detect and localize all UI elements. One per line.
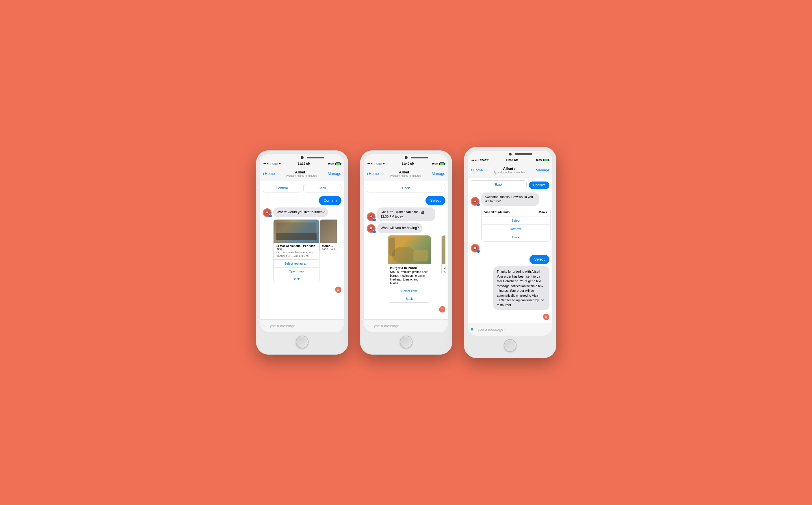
status-left-2: ●●●○○ AT&T ▾	[367, 162, 385, 165]
battery-pct-2: 100%	[432, 162, 438, 165]
nav-subtitle-3: Typically replies in minutes	[494, 171, 525, 174]
food-price-burger: $16.00 Premium ground beef burger, mushr…	[390, 270, 428, 285]
back-btn-top-2[interactable]: Back	[367, 184, 445, 192]
signal-icon-2: ●●●○○ AT&T	[367, 162, 383, 165]
back-payment-btn[interactable]: Back	[481, 233, 550, 241]
input-placeholder-2[interactable]: Type a message...	[372, 324, 445, 328]
nav-manage-2[interactable]: Manage	[432, 171, 445, 176]
remove-payment-btn[interactable]: Remove	[481, 225, 550, 233]
bot-msg-row-2a: 💬 f Got it. You want a table for 2 at 12…	[367, 207, 445, 221]
phone-2: ●●●○○ AT&T ▾ 11:40 AM 100% ‹ Home Allset…	[360, 150, 452, 355]
user-bubble-confirm: Confirm	[319, 196, 341, 205]
back-btn-food[interactable]: Back	[388, 295, 431, 302]
food-card-jalea: Jalea $24.0... avoca...	[441, 235, 445, 276]
bot-bubble-2a: Got it. You want a table for 2 at 12:30 …	[377, 207, 435, 221]
home-button-3[interactable]	[504, 339, 516, 352]
status-bar-1: ●●●○○ AT&T ▾ 11:39 AM 100%	[260, 161, 344, 167]
input-placeholder-3[interactable]: Type a message -	[476, 327, 550, 332]
menu-icon-2[interactable]: ≡	[367, 324, 369, 329]
restaurant-img-2	[320, 220, 337, 243]
phones-container: ●●●○○ AT&T ▾ 11:39 AM 100% ‹ Home Allset…	[256, 147, 556, 358]
bot-avatar-2a: 💬 f	[367, 212, 375, 221]
action-bar-3: Back Confirm	[471, 180, 550, 189]
restaurant-card-partial: Momo... 760 2... 0.64 mi	[320, 219, 337, 283]
select-restaurant-btn[interactable]: Select restaurant	[273, 260, 319, 268]
battery-pct-3: 100%	[536, 159, 542, 162]
restaurant-img-1	[273, 220, 319, 243]
bot-avatar-3b: 💬 f	[471, 244, 479, 252]
menu-icon-3[interactable]: ≡	[471, 327, 473, 332]
back-btn-card-1[interactable]: Back	[273, 275, 319, 283]
home-button-area-2	[364, 332, 448, 351]
back-btn-top-1[interactable]: Back	[303, 184, 341, 192]
chat-area-1: Confirm Back Confirm 💬 f Where would you	[260, 181, 344, 319]
menu-icon-1[interactable]: ≡	[263, 324, 265, 329]
back-arrow-icon-2: ‹	[367, 171, 368, 176]
user-msg-confirm-1: Confirm	[263, 196, 341, 205]
food-name-jalea: Jalea	[444, 266, 445, 270]
food-card-partial: Jalea $24.0... avoca...	[431, 235, 445, 303]
action-bar-1: Confirm Back	[263, 184, 341, 192]
back-btn-top-3[interactable]: Back	[471, 180, 527, 189]
nav-subtitle-1: Typically replies in minutes	[286, 174, 317, 177]
status-bar-3: ●●●○○ AT&T ▾ 11:43 AM 100%	[468, 157, 552, 163]
payment-header-3: Visa 3176 (default) Visa 7	[481, 208, 550, 216]
back-arrow-icon: ‹	[263, 171, 264, 176]
nav-back-1[interactable]: ‹ Home	[263, 171, 275, 176]
status-bar-2: ●●●○○ AT&T ▾ 11:40 AM 100%	[364, 161, 448, 167]
restaurant-card-body-1: La Mar Cebicheria · Peruvian · $$$ Pier …	[273, 243, 319, 260]
select-item-btn[interactable]: Select item	[388, 287, 431, 295]
action-bar-2: Back	[367, 184, 445, 192]
food-img-jalea	[442, 235, 445, 264]
bot-bubble-3a: Awesome, thanks! How would you like to p…	[481, 192, 539, 206]
phone-1: ●●●○○ AT&T ▾ 11:39 AM 100% ‹ Home Allset…	[256, 150, 348, 355]
food-actions-burger: Select item Back	[388, 287, 431, 302]
battery-pct-1: 100%	[328, 162, 334, 165]
send-btn-2[interactable]: ≡	[439, 306, 445, 313]
restaurant-address-1: Pier 1.5, The Embarcadero, San Francisco…	[276, 251, 317, 258]
send-btn-1[interactable]: ≡	[335, 287, 341, 293]
send-btn-3[interactable]: ≡	[543, 314, 550, 320]
time-1: 11:39 AM	[298, 162, 311, 165]
send-indicator-2: ≡	[367, 306, 445, 313]
nav-title-3: Allset ›	[494, 167, 525, 171]
confirm-pill-3[interactable]: Confirm	[529, 181, 549, 189]
home-button-2[interactable]	[400, 336, 413, 348]
phone-3-top	[468, 151, 552, 157]
nav-back-3[interactable]: ‹ Home	[471, 167, 483, 173]
speaker-2	[411, 157, 428, 158]
home-button-1[interactable]	[296, 336, 309, 348]
camera-icon-3	[509, 153, 511, 156]
speaker	[307, 157, 324, 158]
user-bubble-select-3: Select	[530, 255, 549, 264]
open-map-btn[interactable]: Open map	[273, 268, 319, 275]
phone-1-screen: ●●●○○ AT&T ▾ 11:39 AM 100% ‹ Home Allset…	[260, 154, 344, 332]
status-left-3: ●●●○○ AT&T ▾	[471, 158, 489, 162]
nav-manage-3[interactable]: Manage	[536, 168, 550, 172]
bot-avatar-3a: 💬 f	[471, 197, 479, 206]
food-body-jalea: Jalea $24.0... avoca...	[442, 264, 445, 276]
send-indicator-3: ≡	[471, 314, 550, 320]
food-name-burger: Burger a lo Pobre	[390, 266, 428, 270]
time-3: 11:43 AM	[506, 158, 518, 162]
nav-manage-1[interactable]: Manage	[328, 171, 341, 176]
confirm-bubble-3: Thanks for ordering with Allset! Your or…	[493, 266, 550, 310]
bot-badge-3b: f	[477, 249, 480, 253]
phone-3: ●●●○○ AT&T ▾ 11:43 AM 100% ‹ Home Allset…	[464, 147, 556, 358]
home-button-area-3	[468, 336, 552, 354]
payment-partial-label: Visa 7	[539, 211, 547, 214]
confirm-btn-top-1[interactable]: Confirm	[263, 184, 301, 192]
nav-center-2: Allset › Typically replies in minutes	[390, 170, 421, 177]
restaurant-card-2: Momo... 760 2... 0.64 mi	[320, 219, 337, 254]
nav-back-2[interactable]: ‹ Home	[367, 171, 379, 176]
food-card-burger: Burger a lo Pobre $16.00 Premium ground …	[388, 235, 431, 303]
home-button-area-1	[260, 332, 344, 351]
payment-card-3: Visa 3176 (default) Visa 7 Select Remove…	[481, 208, 551, 241]
bot-avatar-2b: 💬 f	[367, 224, 375, 233]
select-payment-btn[interactable]: Select	[481, 216, 550, 225]
nav-bar-1: ‹ Home Allset › Typically replies in min…	[260, 167, 344, 181]
input-placeholder-1[interactable]: Type a message...	[268, 324, 341, 328]
time-2: 11:40 AM	[402, 162, 415, 165]
food-price-jalea: $24.0... avoca...	[444, 270, 445, 274]
nav-subtitle-2: Typically replies in minutes	[390, 174, 421, 177]
